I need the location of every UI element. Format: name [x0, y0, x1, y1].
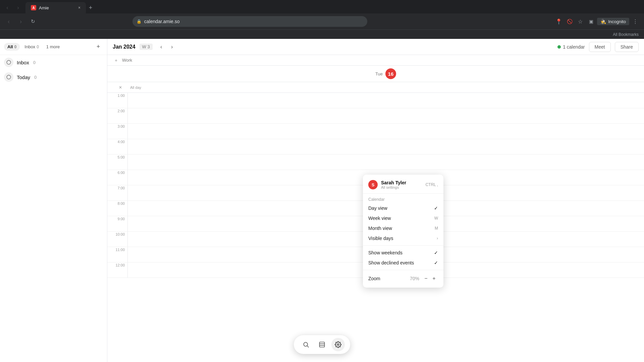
back-button[interactable]: ‹ — [3, 3, 12, 12]
back-nav-button[interactable]: ‹ — [4, 17, 13, 26]
address-bar[interactable]: 🔒 calendar.amie.so — [132, 16, 367, 27]
allday-row: ✕ All day — [107, 82, 644, 93]
bookmarks-bar: All Bookmarks — [0, 29, 644, 39]
day-col-header: Tue 16 — [127, 66, 644, 82]
location-icon[interactable]: 📍 — [554, 17, 564, 26]
allday-toggle[interactable]: ✕ — [119, 85, 122, 90]
menu-divider-3 — [363, 270, 443, 270]
menu-item-visible-days[interactable]: Visible days › — [363, 233, 443, 243]
bottom-toolbar — [294, 335, 350, 354]
calendar-month: Jan 2024 — [113, 44, 136, 50]
time-label: 2:00 — [107, 108, 127, 123]
time-slot-content[interactable] — [127, 155, 644, 170]
menu-item-week-view[interactable]: Week view W — [363, 213, 443, 223]
time-row: 5:00 — [107, 155, 644, 170]
sidebar-tab-inbox[interactable]: Inbox 0 — [21, 43, 42, 51]
menu-user-name: Sarah Tyler — [381, 180, 422, 185]
sidebar-add-button[interactable]: + — [94, 42, 103, 52]
today-actions: + ••• — [86, 73, 103, 81]
sidebar-toggle-icon[interactable]: ▣ — [586, 17, 596, 26]
tab-close-button[interactable]: × — [78, 5, 80, 10]
zoom-minus-button[interactable]: − — [422, 275, 430, 283]
time-label: 8:00 — [107, 201, 127, 216]
camera-off-icon[interactable]: 🚫 — [565, 17, 574, 26]
time-label: 3:00 — [107, 124, 127, 139]
meet-button[interactable]: Meet — [589, 42, 611, 52]
inbox-icon — [4, 58, 13, 67]
menu-item-day-view[interactable]: Day view ✓ — [363, 203, 443, 213]
work-add-button[interactable]: + — [113, 57, 119, 64]
day-number[interactable]: 16 — [385, 68, 396, 79]
allday-label: All day — [127, 85, 141, 89]
browser-tab[interactable]: A Amie × — [25, 2, 86, 13]
tab-title: Amie — [39, 5, 75, 10]
menu-divider-2 — [363, 245, 443, 246]
forward-nav-button[interactable]: › — [16, 17, 25, 26]
sidebar-tab-more[interactable]: 1 more — [44, 43, 62, 51]
all-bookmarks-link[interactable]: All Bookmarks — [613, 32, 639, 37]
menu-item-show-weekends[interactable]: Show weekends ✓ — [363, 248, 443, 258]
menu-user-section: S Sarah Tyler All settings CTRL , — [363, 177, 443, 191]
menu-user-shortcut: CTRL , — [425, 182, 438, 187]
sidebar-item-today[interactable]: Today 0 + ••• — [0, 70, 107, 84]
settings-toolbar-button[interactable] — [331, 338, 345, 351]
layout-toolbar-button[interactable] — [315, 338, 329, 351]
next-week-button[interactable]: › — [167, 42, 177, 52]
time-slot-content[interactable] — [127, 124, 644, 139]
menu-user-info: Sarah Tyler All settings — [381, 180, 422, 189]
zoom-plus-button[interactable]: + — [430, 275, 438, 283]
menu-user-sub: All settings — [381, 185, 422, 189]
star-icon[interactable]: ☆ — [576, 17, 585, 26]
sidebar: All 0 Inbox 0 1 more + Inbox 0 + ••• — [0, 39, 107, 362]
menu-item-show-declined[interactable]: Show declined events ✓ — [363, 258, 443, 268]
svg-point-0 — [7, 60, 11, 64]
sidebar-item-inbox[interactable]: Inbox 0 + ••• — [0, 55, 107, 70]
time-row: 1:00 — [107, 93, 644, 108]
calendar-header: Jan 2024 W 3 ‹ › 1 calendar Meet Share — [107, 39, 644, 55]
calendar-count[interactable]: 1 calendar — [557, 44, 585, 50]
today-icon — [4, 72, 13, 82]
svg-point-2 — [304, 342, 308, 346]
search-toolbar-button[interactable] — [299, 338, 313, 351]
lock-icon: 🔒 — [137, 19, 142, 24]
browser-toolbar: ‹ › ↻ 🔒 calendar.amie.so 📍 🚫 ☆ ▣ 🕵 Incog… — [0, 13, 644, 29]
forward-button[interactable]: › — [13, 3, 23, 12]
context-menu: S Sarah Tyler All settings CTRL , Calend… — [363, 175, 443, 288]
work-label: Work — [122, 58, 132, 63]
app-layout: All 0 Inbox 0 1 more + Inbox 0 + ••• — [0, 39, 644, 362]
url-text: calendar.amie.so — [144, 19, 180, 24]
time-label: 9:00 — [107, 216, 127, 231]
time-row: 4:00 — [107, 139, 644, 155]
time-label: 5:00 — [107, 155, 127, 170]
day-header-row: Tue 16 — [107, 66, 644, 82]
menu-section-calendar: Calendar — [363, 196, 443, 203]
time-slot-content[interactable] — [127, 93, 644, 108]
allday-gutter: ✕ — [107, 82, 127, 93]
prev-week-button[interactable]: ‹ — [157, 42, 166, 52]
menu-divider-1 — [363, 193, 443, 194]
tab-favicon: A — [31, 5, 36, 10]
time-label: 6:00 — [107, 170, 127, 185]
time-slot-content[interactable] — [127, 139, 644, 154]
incognito-badge[interactable]: 🕵 Incognito — [597, 18, 629, 25]
day-name: Tue — [375, 71, 383, 76]
toolbar-right: 📍 🚫 ☆ ▣ 🕵 Incognito ⋮ — [554, 17, 640, 26]
share-button[interactable]: Share — [615, 42, 639, 52]
sidebar-tabs: All 0 Inbox 0 1 more + — [0, 39, 107, 55]
time-gutter-header — [107, 66, 127, 82]
new-tab-button[interactable]: + — [86, 3, 95, 12]
time-slot-content[interactable] — [127, 108, 644, 123]
svg-point-7 — [337, 344, 339, 346]
reload-button[interactable]: ↻ — [28, 17, 38, 26]
time-label: 1:00 — [107, 93, 127, 108]
calendar-dot — [557, 45, 561, 49]
allday-content: All day — [127, 82, 644, 93]
more-options-icon[interactable]: ⋮ — [631, 17, 640, 26]
browser-tabs: ‹ › A Amie × + — [0, 0, 644, 13]
time-label: 7:00 — [107, 185, 127, 200]
menu-item-month-view[interactable]: Month view M — [363, 223, 443, 233]
svg-point-1 — [7, 75, 11, 79]
time-row: 3:00 — [107, 124, 644, 139]
sidebar-tab-all[interactable]: All 0 — [4, 43, 20, 51]
menu-avatar: S — [368, 180, 378, 189]
